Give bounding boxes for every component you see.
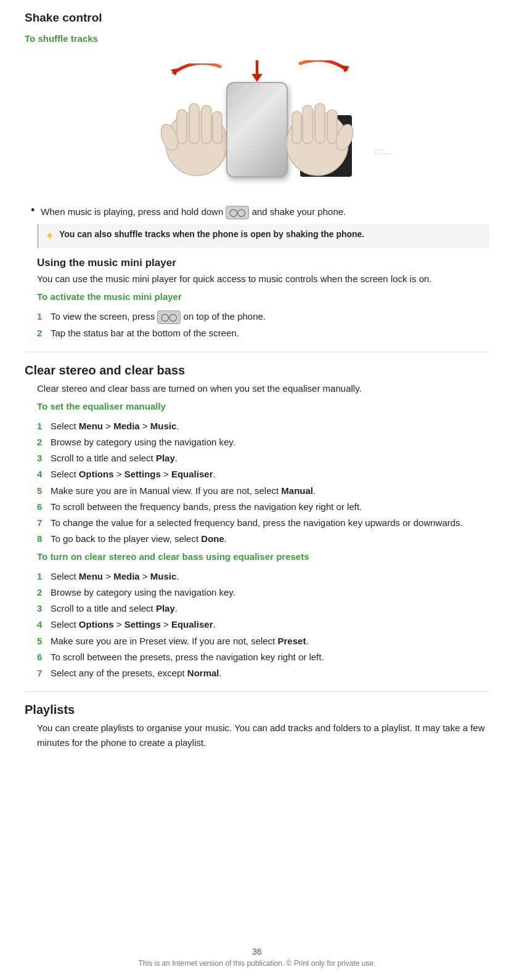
step-text: Browse by category using the navigation … xyxy=(51,435,235,449)
step-number: 5 xyxy=(37,634,51,648)
svg-rect-10 xyxy=(327,110,337,144)
mini-player-body: You can use the music mini player for qu… xyxy=(37,272,489,286)
step-number: 1 xyxy=(37,569,51,583)
tip-box: ✦ You can also shuffle tracks when the p… xyxy=(37,224,489,248)
step-text: Select Options > Settings > Equaliser. xyxy=(51,467,216,481)
section-divider xyxy=(25,352,489,352)
hand-left-icon xyxy=(158,88,235,177)
step-text: Select Menu > Media > Music. xyxy=(51,569,179,583)
equaliser-steps: 1 Select Menu > Media > Music. 2 Browse … xyxy=(37,419,489,546)
step-text: To scroll between the frequency bands, p… xyxy=(51,500,362,514)
svg-rect-6 xyxy=(202,105,211,144)
bass-body: Clear stereo and clear bass are turned o… xyxy=(37,381,489,396)
list-item: 1 To view the screen, press ◯​◯ on top o… xyxy=(37,309,489,324)
arrow-down-icon xyxy=(248,60,266,82)
list-item: 2 Browse by category using the navigatio… xyxy=(37,585,489,599)
step-number: 1 xyxy=(37,419,51,433)
page-number: 36 xyxy=(0,947,514,957)
section-divider-2 xyxy=(25,691,489,692)
step-text: Select Menu > Media > Music. xyxy=(51,419,179,433)
step-number: 3 xyxy=(37,451,51,465)
step-number: 1 xyxy=(37,309,51,323)
playlists-heading: Playlists xyxy=(25,703,489,717)
tip-bulb-icon: ✦ xyxy=(45,228,54,245)
step-text: Make sure you are in Manual view. If you… xyxy=(51,484,316,498)
arrow-left-icon xyxy=(171,63,226,82)
mini-player-steps: 1 To view the screen, press ◯​◯ on top o… xyxy=(37,309,489,341)
press-button-icon: ◯​◯ xyxy=(157,310,181,325)
svg-rect-4 xyxy=(177,110,187,144)
shuffle-subtitle: To shuffle tracks xyxy=(25,33,489,44)
bullet-text-1: When music is playing, press and hold do… xyxy=(41,205,346,219)
page-container: Shake control To shuffle tracks xyxy=(0,0,514,980)
step-text: Make sure you are in Preset view. If you… xyxy=(51,634,309,648)
list-item: 2 Tap the status bar at the bottom of th… xyxy=(37,326,489,340)
step-text: To view the screen, press ◯​◯ on top of … xyxy=(51,309,266,324)
step-number: 6 xyxy=(37,500,51,514)
bass-heading: Clear stereo and clear bass xyxy=(25,363,489,378)
step-text: Scroll to a title and select Play. xyxy=(51,601,177,615)
step-number: 2 xyxy=(37,585,51,599)
svg-rect-13 xyxy=(292,111,301,144)
step-text: Select any of the presets, except Normal… xyxy=(51,666,222,680)
step-number: 4 xyxy=(37,467,51,481)
step-number: 2 xyxy=(37,326,51,340)
step-text: To change the value for a selected frequ… xyxy=(51,516,463,530)
hand-right-icon xyxy=(279,88,356,177)
step-number: 2 xyxy=(37,435,51,449)
step-text: Browse by category using the navigation … xyxy=(51,585,235,599)
step-text: To scroll between the presets, press the… xyxy=(51,650,324,664)
bullet-section: • When music is playing, press and hold … xyxy=(25,205,489,219)
svg-rect-11 xyxy=(315,103,325,144)
shake-illustration: Sony Ericsson xyxy=(158,57,356,187)
hold-button-icon: ◯​◯ xyxy=(226,206,249,219)
tip-text: You can also shuffle tracks when the pho… xyxy=(59,228,364,241)
list-item: 7 Select any of the presets, except Norm… xyxy=(37,666,489,680)
list-item: 4 Select Options > Settings > Equaliser. xyxy=(37,467,489,481)
step-number: 4 xyxy=(37,617,51,631)
step-text: Tap the status bar at the bottom of the … xyxy=(51,326,239,340)
svg-rect-12 xyxy=(303,105,312,144)
svg-marker-1 xyxy=(251,74,263,82)
bullet-dot: • xyxy=(31,204,35,217)
step-number: 6 xyxy=(37,650,51,664)
step-number: 7 xyxy=(37,516,51,530)
mini-player-subtitle: To activate the music mini player xyxy=(37,291,489,302)
page-title: Shake control xyxy=(25,11,489,25)
playlists-body: You can create playlists to organise you… xyxy=(37,721,489,750)
page-footer: 36 This is an Internet version of this p… xyxy=(0,947,514,968)
bullet-item-1: • When music is playing, press and hold … xyxy=(31,205,489,219)
list-item: 1 Select Menu > Media > Music. xyxy=(37,419,489,433)
arrow-right-icon xyxy=(294,60,349,79)
svg-rect-5 xyxy=(189,103,199,144)
list-item: 1 Select Menu > Media > Music. xyxy=(37,569,489,583)
svg-rect-7 xyxy=(213,111,222,144)
list-item: 6 To scroll between the frequency bands,… xyxy=(37,500,489,514)
list-item: 3 Scroll to a title and select Play. xyxy=(37,451,489,465)
list-item: 5 Make sure you are in Preset view. If y… xyxy=(37,634,489,648)
list-item: 6 To scroll between the presets, press t… xyxy=(37,650,489,664)
list-item: 3 Scroll to a title and select Play. xyxy=(37,601,489,615)
step-number: 5 xyxy=(37,484,51,498)
step-number: 7 xyxy=(37,666,51,680)
step-number: 8 xyxy=(37,532,51,546)
shake-illustration-area: Sony Ericsson xyxy=(25,51,489,193)
footer-text: This is an Internet version of this publ… xyxy=(0,959,514,968)
equaliser-subtitle: To set the equaliser manually xyxy=(37,401,489,411)
phone-brand: Sony Ericsson xyxy=(375,148,391,155)
presets-steps: 1 Select Menu > Media > Music. 2 Browse … xyxy=(37,569,489,681)
list-item: 2 Browse by category using the navigatio… xyxy=(37,435,489,449)
mini-player-heading: Using the music mini player xyxy=(37,257,489,269)
step-text: Select Options > Settings > Equaliser. xyxy=(51,617,216,631)
list-item: 8 To go back to the player view, select … xyxy=(37,532,489,546)
step-number: 3 xyxy=(37,601,51,615)
step-text: To go back to the player view, select Do… xyxy=(51,532,227,546)
list-item: 5 Make sure you are in Manual view. If y… xyxy=(37,484,489,498)
list-item: 4 Select Options > Settings > Equaliser. xyxy=(37,617,489,631)
presets-subtitle: To turn on clear stereo and clear bass u… xyxy=(37,551,489,562)
step-text: Scroll to a title and select Play. xyxy=(51,451,177,465)
list-item: 7 To change the value for a selected fre… xyxy=(37,516,489,530)
